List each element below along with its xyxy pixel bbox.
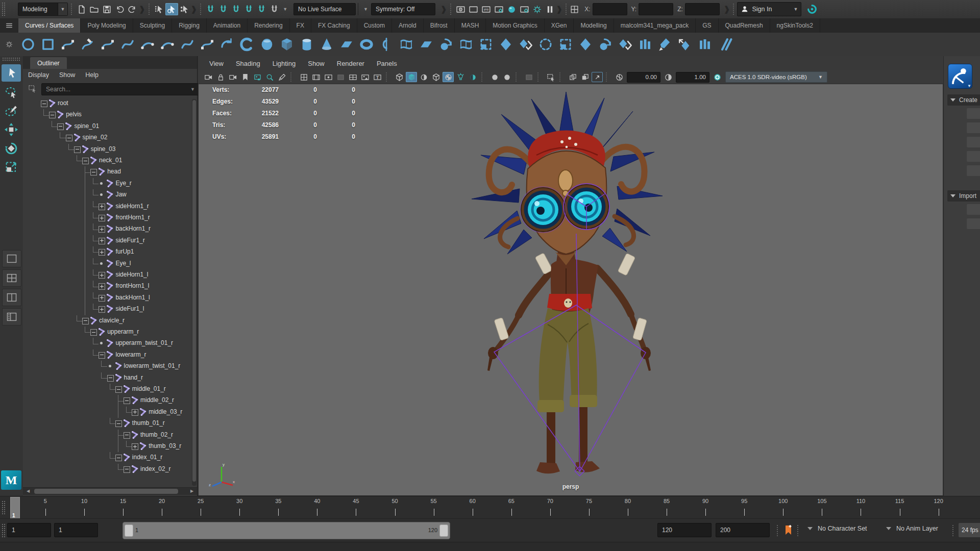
lasso-select-tool[interactable]: [2, 83, 21, 101]
render-current-frame-icon[interactable]: [467, 3, 480, 15]
outliner-menu-show[interactable]: Show: [54, 71, 80, 79]
color-management-icon[interactable]: [712, 72, 723, 82]
tree-expand-icon[interactable]: [132, 409, 138, 416]
extend-curve-icon[interactable]: [217, 35, 237, 54]
time-slider[interactable]: 1 51015202530354045505560657075808590951…: [0, 496, 980, 519]
shelf-tab-animation[interactable]: Animation: [207, 18, 248, 33]
tree-row[interactable]: backHorn1_r: [23, 223, 197, 235]
bezier-curve-tool-icon[interactable]: [118, 35, 137, 54]
character-controls-icon[interactable]: ▼: [948, 64, 972, 89]
anim-start-field[interactable]: 1: [7, 523, 51, 537]
tree-expand-icon[interactable]: [99, 295, 105, 302]
pencil-curve-tool-icon[interactable]: [78, 35, 97, 54]
panel-button[interactable]: [967, 165, 980, 176]
tree-collapse-icon[interactable]: [57, 123, 64, 130]
loft-icon[interactable]: [397, 35, 416, 54]
exposure-field[interactable]: 0.00: [627, 72, 660, 83]
snap-grid-icon[interactable]: [204, 3, 217, 15]
boundary-icon[interactable]: [476, 35, 496, 54]
tree-row[interactable]: spine_03: [23, 144, 197, 155]
nurbs-cube-icon[interactable]: [277, 35, 297, 54]
current-frame-indicator[interactable]: 1: [10, 497, 20, 519]
viewport-menu-renderer[interactable]: Renderer: [331, 60, 371, 67]
tree-row[interactable]: head: [23, 166, 197, 178]
outliner-search-input[interactable]: Search... ▼: [41, 83, 200, 95]
tree-row[interactable]: clavicle_r: [23, 315, 197, 327]
shadows-icon[interactable]: [467, 72, 478, 82]
use-all-lights-icon[interactable]: [455, 72, 466, 82]
snap-more-caret[interactable]: ▼: [283, 7, 287, 12]
select-camera-icon[interactable]: [203, 72, 214, 82]
tree-row[interactable]: Eye_r: [23, 178, 197, 189]
camera-attributes-icon[interactable]: [227, 72, 238, 82]
shelf-tab-custom[interactable]: Custom: [357, 18, 392, 33]
anim-layer-caret[interactable]: [886, 527, 891, 530]
field-chart-icon[interactable]: [347, 72, 358, 82]
tree-collapse-icon[interactable]: [82, 158, 89, 164]
rotate-tool[interactable]: [2, 140, 21, 157]
x-coord-field[interactable]: [593, 3, 627, 15]
revolve-icon[interactable]: [377, 35, 396, 54]
tree-row[interactable]: upperarm_twist_01_r: [23, 338, 197, 349]
motion-blur-icon[interactable]: [501, 72, 512, 82]
wireframe-on-shaded-icon[interactable]: [430, 72, 442, 82]
safe-action-icon[interactable]: [359, 72, 371, 82]
tree-row[interactable]: index_02_r: [23, 464, 197, 475]
gate-mask-icon[interactable]: [335, 72, 346, 82]
character-model[interactable]: [442, 85, 697, 488]
textured-icon[interactable]: [443, 72, 454, 82]
cv-curve-tool-icon[interactable]: [58, 35, 78, 54]
tree-expand-icon[interactable]: [99, 306, 105, 313]
outliner-menu-display[interactable]: Display: [23, 71, 54, 79]
trim-tool-icon[interactable]: [536, 35, 555, 54]
tree-expand-icon[interactable]: [99, 238, 105, 244]
rebuild-surface-icon[interactable]: [695, 35, 715, 54]
bevel-plus-icon[interactable]: [516, 35, 535, 54]
shelf-tab-sculpting[interactable]: Sculpting: [133, 18, 172, 33]
tree-row[interactable]: sideHorn1_l: [23, 269, 197, 281]
menu-set-dropdown[interactable]: Modeling ▼: [18, 3, 68, 16]
tree-collapse-icon[interactable]: [82, 318, 89, 324]
snap-projected-center-icon[interactable]: [242, 3, 255, 15]
outliner-hscrollbar[interactable]: ◀ ▶: [23, 487, 197, 495]
snap-curve-icon[interactable]: [217, 3, 230, 15]
tree-collapse-icon[interactable]: [66, 135, 72, 141]
tree-expand-icon[interactable]: [99, 283, 105, 290]
nurbs-sphere-icon[interactable]: [257, 35, 277, 54]
tree-row[interactable]: thumb_03_r: [23, 441, 197, 452]
exposure-icon[interactable]: [614, 72, 625, 82]
tree-row[interactable]: middle_03_r: [23, 407, 197, 418]
wireframe-icon[interactable]: [394, 72, 405, 82]
tree-row[interactable]: furUp1: [23, 246, 197, 258]
make-live-icon[interactable]: [268, 3, 281, 15]
tree-collapse-icon[interactable]: [115, 420, 122, 427]
grease-pencil-icon[interactable]: [276, 72, 287, 82]
tree-row[interactable]: index_01_r: [23, 452, 197, 463]
tree-row[interactable]: upperarm_r: [23, 327, 197, 338]
live-surface-field[interactable]: No Live Surface: [293, 3, 356, 15]
pan-zoom-icon[interactable]: [264, 72, 275, 82]
toolbox-grip[interactable]: [2, 57, 20, 61]
select-tool[interactable]: [2, 64, 21, 82]
lock-camera-icon[interactable]: [215, 72, 226, 82]
gamma-icon[interactable]: [663, 72, 674, 82]
tree-collapse-icon[interactable]: [74, 146, 81, 153]
playback-start-field[interactable]: 1: [54, 523, 98, 537]
bevel-icon[interactable]: [496, 35, 516, 54]
tree-expand-icon[interactable]: [99, 272, 105, 279]
tree-expand-icon[interactable]: [132, 443, 138, 450]
range-start-handle[interactable]: [125, 524, 133, 537]
booleans-icon[interactable]: [715, 35, 734, 54]
film-gate-icon[interactable]: [310, 72, 322, 82]
tree-collapse-icon[interactable]: [115, 386, 122, 393]
z-coord-field[interactable]: [685, 3, 720, 15]
shelf-tab-rendering[interactable]: Rendering: [248, 18, 289, 33]
select-hierarchy-icon[interactable]: [153, 3, 165, 15]
resolution-gate-icon[interactable]: [323, 72, 334, 82]
tree-collapse-icon[interactable]: [90, 169, 97, 176]
interactive-shading-icon[interactable]: [531, 3, 544, 15]
save-scene-icon[interactable]: [101, 3, 113, 15]
sign-in-button[interactable]: Sign In ▼: [737, 2, 801, 16]
anim-end-field[interactable]: 200: [716, 523, 770, 537]
panel-button[interactable]: [967, 137, 980, 147]
